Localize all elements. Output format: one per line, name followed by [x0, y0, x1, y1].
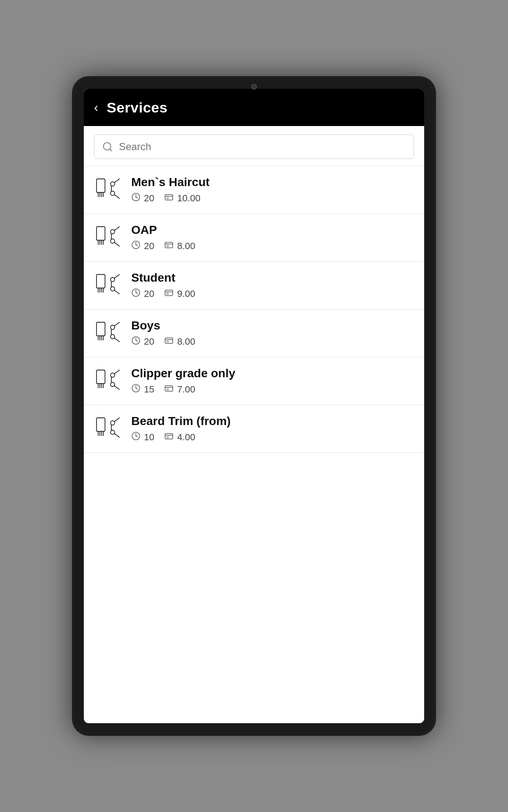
clock-icon: [131, 384, 141, 395]
clock-icon: [131, 336, 141, 348]
price-icon: [164, 384, 174, 395]
clock-icon: [131, 288, 141, 300]
svg-line-78: [136, 388, 138, 389]
duration-item: 15: [131, 384, 154, 395]
service-name: Student: [131, 271, 414, 285]
svg-rect-18: [97, 227, 105, 240]
top-bar: ‹ Services: [84, 89, 424, 126]
service-info: Boys 20 8.00: [131, 319, 414, 348]
svg-rect-81: [167, 389, 168, 390]
price-value: 8.00: [177, 336, 195, 347]
service-meta: 20 9.00: [131, 288, 414, 300]
price-item: 8.00: [164, 240, 195, 252]
price-value: 7.00: [177, 384, 195, 395]
svg-line-42: [114, 290, 119, 294]
duration-item: 20: [131, 240, 154, 252]
svg-rect-50: [97, 322, 105, 336]
svg-rect-49: [167, 293, 168, 294]
service-info: Men`s Haircut 20 10.00: [131, 176, 414, 204]
price-icon: [164, 192, 174, 204]
service-icon: [94, 368, 121, 395]
search-container: [84, 126, 424, 166]
duration-value: 20: [144, 193, 154, 204]
duration-value: 20: [144, 288, 154, 299]
svg-line-10: [114, 195, 119, 198]
price-value: 10.00: [177, 193, 200, 204]
screen: ‹ Services: [84, 89, 424, 723]
price-item: 7.00: [164, 384, 195, 395]
svg-line-62: [136, 340, 138, 341]
svg-rect-63: [165, 338, 173, 343]
price-item: 4.00: [164, 431, 195, 443]
svg-rect-31: [165, 242, 173, 248]
service-name: Beard Trim (from): [131, 414, 414, 428]
svg-line-26: [114, 242, 119, 246]
price-icon: [164, 240, 174, 252]
search-input[interactable]: [119, 141, 406, 153]
service-meta: 20 8.00: [131, 336, 414, 348]
service-name: OAP: [131, 223, 414, 237]
back-button[interactable]: ‹: [94, 101, 98, 114]
duration-item: 20: [131, 336, 154, 348]
clock-icon: [131, 192, 141, 204]
svg-line-94: [136, 436, 138, 437]
svg-rect-66: [97, 370, 105, 384]
duration-item: 10: [131, 431, 154, 443]
service-item[interactable]: Beard Trim (from) 10 4.00: [84, 405, 424, 453]
svg-line-72: [114, 370, 119, 374]
svg-rect-82: [97, 418, 105, 431]
content-area: Men`s Haircut 20 10.00: [84, 126, 424, 723]
duration-item: 20: [131, 288, 154, 300]
device-frame: ‹ Services: [72, 76, 436, 736]
duration-item: 20: [131, 192, 154, 204]
price-value: 4.00: [177, 432, 195, 443]
svg-line-74: [114, 386, 119, 390]
search-box[interactable]: [94, 134, 414, 159]
service-info: OAP 20 8.00: [131, 223, 414, 252]
svg-rect-97: [167, 436, 168, 438]
price-item: 8.00: [164, 336, 195, 348]
service-item[interactable]: Clipper grade only 15 7.00: [84, 357, 424, 405]
service-name: Boys: [131, 319, 414, 332]
service-meta: 20 10.00: [131, 192, 414, 204]
svg-line-46: [136, 293, 138, 294]
svg-rect-79: [165, 386, 173, 391]
price-icon: [164, 288, 174, 300]
duration-value: 20: [144, 336, 154, 347]
service-name: Men`s Haircut: [131, 176, 414, 189]
service-icon: [94, 176, 121, 203]
service-item[interactable]: Men`s Haircut 20 10.00: [84, 166, 424, 214]
svg-rect-34: [97, 274, 105, 288]
service-meta: 10 4.00: [131, 431, 414, 443]
svg-rect-65: [167, 341, 168, 342]
service-item[interactable]: OAP 20 8.00: [84, 214, 424, 262]
clock-icon: [131, 431, 141, 443]
svg-line-58: [114, 338, 119, 342]
price-item: 9.00: [164, 288, 195, 300]
svg-line-24: [114, 227, 119, 230]
camera: [251, 84, 257, 90]
service-item[interactable]: Boys 20 8.00: [84, 310, 424, 357]
svg-rect-33: [167, 245, 168, 247]
price-value: 9.00: [177, 288, 195, 299]
service-icon: [94, 320, 121, 347]
service-info: Clipper grade only 15 7.00: [131, 367, 414, 395]
svg-line-30: [136, 245, 138, 246]
svg-line-88: [114, 418, 119, 422]
service-info: Student 20 9.00: [131, 271, 414, 300]
svg-line-56: [114, 322, 119, 326]
svg-rect-47: [165, 290, 173, 296]
clock-icon: [131, 240, 141, 252]
svg-rect-17: [167, 198, 168, 199]
svg-line-14: [136, 197, 138, 198]
svg-line-1: [110, 149, 112, 151]
svg-rect-2: [97, 179, 105, 192]
page-title: Services: [107, 99, 168, 116]
duration-value: 10: [144, 432, 154, 443]
duration-value: 20: [144, 241, 154, 252]
service-meta: 20 8.00: [131, 240, 414, 252]
duration-value: 15: [144, 384, 154, 395]
service-item[interactable]: Student 20 9.00: [84, 262, 424, 310]
svg-line-90: [114, 433, 119, 437]
svg-rect-95: [165, 433, 173, 439]
